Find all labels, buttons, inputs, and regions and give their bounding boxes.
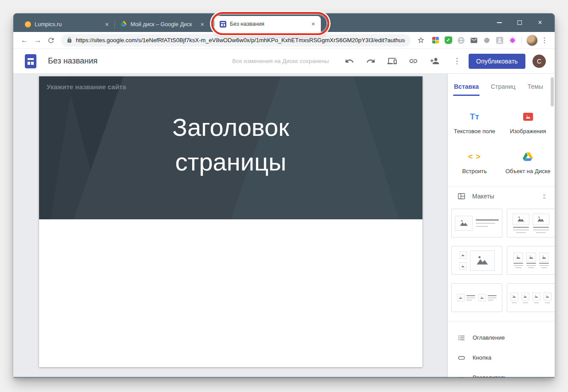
insert-images[interactable]: Изображения [505,111,551,135]
maximize-button[interactable] [509,13,530,32]
preview-devices-icon[interactable] [387,56,397,66]
insert-embed[interactable]: < > Встроить [451,151,497,175]
close-window-button[interactable]: × [530,13,550,32]
layout-thumbnail-3[interactable] [451,246,502,275]
tab-close-icon[interactable]: × [199,21,205,28]
images-icon [523,113,533,121]
layout-thumbnail-2[interactable] [507,209,555,238]
button-component-icon [458,354,465,362]
extension-pink-star-icon[interactable] [508,36,517,45]
sidebar-scrollbar[interactable] [551,77,554,107]
account-avatar[interactable]: C [532,55,546,68]
insert-item-label: Встроить [451,167,497,175]
mini-image-placeholder [478,294,486,301]
insert-sidebar: Вставка Страниц Темы Tт Текстовое поле И… [447,74,555,378]
tab-close-icon[interactable]: × [310,20,316,28]
extensions-area: ✓ [431,36,517,45]
tab-label: Мой диск – Google Диск [130,21,196,28]
share-add-person-icon[interactable] [430,56,439,66]
browser-menu-icon[interactable]: ⋮ [540,36,549,44]
extension-shield-check-icon[interactable]: ✓ [444,36,453,45]
extension-mail-icon[interactable] [469,36,478,45]
component-label: Оглавление [473,334,505,341]
insert-divider[interactable]: Разделитель [448,368,555,378]
sites-app-header: Без названия Все изменения на Диске сохр… [13,49,555,74]
mini-image-placeholder [539,253,549,261]
more-options-icon[interactable]: ⋮ [453,56,461,66]
insert-button[interactable]: Кнопка [448,348,555,368]
extension-collection-icon[interactable] [431,36,440,45]
address-bar[interactable]: https://sites.google.com/s/1eNefRfATtS0B… [61,34,410,47]
tab-lumpics[interactable]: Lumpics.ru × [20,17,114,32]
hero-banner[interactable]: Укажите название сайта Заголовок страниц… [39,76,422,219]
tab-themes[interactable]: Темы [528,74,543,99]
extension-bird-icon[interactable] [482,36,491,45]
extension-globe-icon[interactable] [457,36,465,45]
bookmark-star-icon[interactable] [415,35,426,46]
sidebar-tabs: Вставка Страниц Темы [448,74,555,99]
divider-component-icon [458,374,465,378]
insert-text-box[interactable]: Tт Текстовое поле [451,111,497,135]
forward-button[interactable]: → [32,35,43,46]
insert-item-label: Текстовое поле [451,127,497,135]
extension-badge-person-icon[interactable] [495,36,504,45]
layout-thumbnail-6[interactable] [507,283,555,312]
layout-thumbnail-5[interactable] [451,283,502,312]
undo-icon[interactable] [345,56,354,66]
insert-table-of-contents[interactable]: Оглавление [448,328,555,348]
window-controls: × [489,13,550,32]
lumpics-favicon-icon [25,21,31,28]
redo-icon[interactable] [366,56,375,66]
tab-close-icon[interactable]: × [104,21,110,28]
mini-image-placeholder [459,251,467,259]
refresh-button[interactable] [45,35,57,46]
new-tab-button[interactable]: + [326,19,331,28]
sidebar-components-list: Оглавление Кнопка Разделитель [448,321,555,378]
layouts-grid [448,206,555,312]
insert-items-grid: Tт Текстовое поле Изображения < > Встрои… [448,99,555,175]
browser-profile-avatar[interactable] [526,35,538,46]
mini-image-placeholder [526,253,536,261]
insert-item-label: Объект на Диске [505,167,551,175]
table-of-contents-icon [458,334,465,342]
save-status-text: Все изменения на Диске сохранены [232,58,329,64]
google-drive-icon [522,152,533,162]
lock-icon [67,37,72,43]
publish-button[interactable]: Опубликовать [469,54,525,69]
page-title-text[interactable]: Заголовок страницы [129,110,333,180]
text-field-icon: Tт [470,112,479,122]
tab-insert[interactable]: Вставка [454,74,479,99]
insert-item-label: Изображения [505,127,551,135]
mini-image-placeholder [521,293,529,301]
google-sites-logo-icon[interactable] [25,54,36,68]
collapse-section-icon[interactable] [541,193,548,200]
sites-toolbar: ⋮ [345,56,462,66]
component-label: Кнопка [473,354,491,361]
mini-image-placeholder [457,294,465,301]
site-name-placeholder[interactable]: Укажите название сайта [47,83,126,91]
url-text: https://sites.google.com/s/1eNefRfATtS0B… [76,37,405,44]
mini-image-placeholder [455,216,473,231]
insert-drive-object[interactable]: Объект на Диске [505,151,551,175]
tab-google-sites-active[interactable]: Без названия × [214,16,321,32]
layout-thumbnail-4[interactable] [507,246,555,275]
layouts-icon [458,192,465,200]
document-title[interactable]: Без названия [48,56,98,66]
copy-link-icon[interactable] [409,56,418,66]
tab-google-drive[interactable]: Мой диск – Google Диск × [115,17,210,32]
embed-code-icon: < > [468,152,481,162]
mini-image-placeholder [532,214,549,225]
layouts-section-header: Макеты [448,186,555,206]
minimize-button[interactable] [489,13,509,32]
layout-thumbnail-1[interactable] [451,209,502,238]
page-canvas[interactable]: Укажите название сайта Заголовок страниц… [39,76,422,367]
browser-tab-bar: Lumpics.ru × Мой диск – Google Диск × Бе… [13,13,555,32]
back-button[interactable]: ← [19,35,30,46]
toolbar-divider [521,36,522,44]
mini-image-placeholder [544,293,552,301]
mini-image-placeholder [459,262,467,270]
tab-pages[interactable]: Страниц [491,74,516,99]
browser-window: Lumpics.ru × Мой диск – Google Диск × Бе… [13,13,555,378]
page-body-empty[interactable] [39,219,422,367]
tab-label: Lumpics.ru [35,21,100,28]
